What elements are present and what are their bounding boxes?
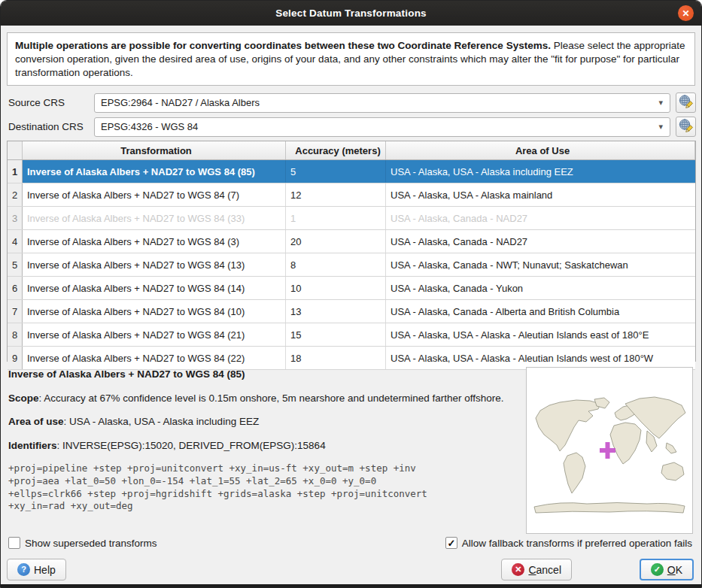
cell-accuracy: 20 (286, 230, 386, 253)
dialog-body: Multiple operations are possible for con… (1, 26, 701, 584)
destination-crs-value: EPSG:4326 - WGS 84 (95, 121, 658, 132)
row-number: 8 (8, 323, 23, 346)
proj-pipeline-string: +proj=pipeline +step +proj=unitconvert +… (8, 462, 518, 513)
dialog-title: Select Datum Transformations (275, 8, 427, 19)
select-destination-crs-button[interactable] (676, 117, 696, 137)
header-transformation[interactable]: Transformation (23, 141, 286, 159)
checkbox-row: Show superseded transforms ✓ Allow fallb… (1, 537, 701, 552)
cell-area-of-use: USA - Alaska, USA - Alaska - Aleutian Is… (386, 323, 695, 346)
row-number: 5 (8, 253, 23, 276)
row-number: 2 (8, 183, 23, 206)
cell-accuracy: 5 (286, 160, 386, 183)
cell-area-of-use: USA - Alaska, USA - Alaska mainland (386, 183, 695, 206)
details-scope: Scope: Accuracy at 67% confidence level … (8, 392, 518, 405)
help-icon: ? (17, 563, 30, 576)
intro-bold: Multiple operations are possible for con… (15, 40, 551, 51)
checkbox-label: Allow fallback transforms if preferred o… (462, 538, 692, 549)
cell-transformation: Inverse of Alaska Albers + NAD27 to WGS … (23, 160, 286, 183)
cell-area-of-use: USA - Alaska, Canada - NWT; Nunavut; Sas… (386, 253, 695, 276)
cell-accuracy: 12 (286, 183, 386, 206)
ok-button[interactable]: ✓ OK (640, 559, 694, 580)
table-row[interactable]: 6 Inverse of Alaska Albers + NAD27 to WG… (8, 277, 695, 300)
checkbox-box[interactable] (8, 537, 20, 549)
select-source-crs-button[interactable] (676, 92, 696, 113)
allow-fallback-checkbox[interactable]: ✓ Allow fallback transforms if preferred… (445, 537, 692, 549)
cell-area-of-use: USA - Alaska, USA - Alaska including EEZ (386, 160, 695, 183)
transformations-table: Transformation Accuracy (meters) Area of… (7, 141, 696, 362)
table-row[interactable]: 5 Inverse of Alaska Albers + NAD27 to WG… (8, 253, 695, 277)
source-crs-combo[interactable]: EPSG:2964 - NAD27 / Alaska Albers ▾ (94, 93, 670, 113)
cell-area-of-use: USA - Alaska, Canada - Alberta and Briti… (386, 300, 695, 323)
source-crs-label: Source CRS (8, 97, 65, 108)
row-number: 4 (8, 230, 23, 253)
cell-transformation: Inverse of Alaska Albers + NAD27 to WGS … (23, 207, 286, 229)
titlebar[interactable]: Select Datum Transformations ✕ (1, 1, 701, 26)
destination-crs-label: Destination CRS (8, 121, 84, 132)
world-map (527, 368, 692, 533)
globe-edit-icon (678, 118, 694, 136)
scope-label: Scope (8, 393, 39, 404)
details-area-of-use: Area of use: USA - Alaska, USA - Alaska … (8, 415, 518, 429)
identifiers-label: Identifiers (8, 440, 57, 451)
row-number: 6 (8, 277, 23, 299)
cell-transformation: Inverse of Alaska Albers + NAD27 to WGS … (23, 183, 286, 206)
area-of-use-map (526, 367, 693, 534)
show-superseded-checkbox[interactable]: Show superseded transforms (8, 537, 157, 549)
window-bottom-edge (1, 584, 701, 587)
cell-accuracy: 15 (286, 323, 386, 346)
cell-accuracy: 18 (286, 347, 386, 369)
header-accuracy[interactable]: Accuracy (meters) (286, 141, 386, 159)
row-number: 9 (8, 347, 23, 369)
button-row: ? Help ✕ Cancel ✓ OK (1, 559, 701, 581)
details-title: Inverse of Alaska Albers + NAD27 to WGS … (8, 368, 518, 381)
source-crs-value: EPSG:2964 - NAD27 / Alaska Albers (95, 97, 658, 108)
transformation-details: Inverse of Alaska Albers + NAD27 to WGS … (8, 368, 518, 513)
details-identifiers: Identifiers: INVERSE(EPSG):15020, DERIVE… (8, 439, 518, 453)
cancel-button[interactable]: ✕ Cancel (501, 559, 572, 580)
cell-transformation: Inverse of Alaska Albers + NAD27 to WGS … (23, 323, 286, 346)
select-datum-transformations-dialog: Select Datum Transformations ✕ Multiple … (0, 0, 702, 588)
area-of-use-label: Area of use (8, 416, 64, 427)
globe-edit-icon (678, 94, 694, 112)
cell-area-of-use: USA - Alaska, Canada - NAD27 (386, 207, 695, 229)
cancel-icon: ✕ (512, 563, 524, 576)
help-button[interactable]: ? Help (7, 559, 66, 580)
cell-transformation: Inverse of Alaska Albers + NAD27 to WGS … (23, 347, 286, 369)
intro-text: Multiple operations are possible for con… (7, 32, 695, 86)
ok-icon: ✓ (651, 563, 664, 576)
header-area-of-use[interactable]: Area of Use (386, 141, 695, 159)
table-row[interactable]: 8 Inverse of Alaska Albers + NAD27 to WG… (8, 323, 695, 347)
cell-area-of-use: USA - Alaska, USA - Alaska - Aleutian Is… (386, 347, 695, 369)
checkbox-box[interactable]: ✓ (445, 537, 457, 549)
cell-area-of-use: USA - Alaska, Canada - NAD27 (386, 230, 695, 253)
row-number: 7 (8, 300, 23, 323)
cell-accuracy: 10 (286, 277, 386, 299)
table-row[interactable]: 3 Inverse of Alaska Albers + NAD27 to WG… (8, 207, 695, 230)
checkbox-label: Show superseded transforms (25, 538, 157, 549)
cell-transformation: Inverse of Alaska Albers + NAD27 to WGS … (23, 300, 286, 323)
row-number: 3 (8, 207, 23, 229)
corner-header-cell (8, 141, 23, 159)
cell-area-of-use: USA - Alaska, Canada - Yukon (386, 277, 695, 299)
chevron-down-icon: ▾ (658, 122, 670, 132)
table-row[interactable]: 4 Inverse of Alaska Albers + NAD27 to WG… (8, 230, 695, 253)
chevron-down-icon: ▾ (658, 98, 670, 108)
destination-crs-combo[interactable]: EPSG:4326 - WGS 84 ▾ (94, 117, 670, 137)
cell-accuracy: 13 (286, 300, 386, 323)
row-number: 1 (8, 160, 23, 183)
close-icon[interactable]: ✕ (678, 5, 694, 21)
table-row[interactable]: 1 Inverse of Alaska Albers + NAD27 to WG… (8, 160, 695, 183)
table-header: Transformation Accuracy (meters) Area of… (8, 141, 695, 160)
cell-accuracy: 1 (286, 207, 386, 229)
cell-accuracy: 8 (286, 253, 386, 276)
transform-table-body: 1 Inverse of Alaska Albers + NAD27 to WG… (8, 160, 695, 370)
cell-transformation: Inverse of Alaska Albers + NAD27 to WGS … (23, 277, 286, 299)
cell-transformation: Inverse of Alaska Albers + NAD27 to WGS … (23, 230, 286, 253)
table-row[interactable]: 7 Inverse of Alaska Albers + NAD27 to WG… (8, 300, 695, 323)
table-row[interactable]: 2 Inverse of Alaska Albers + NAD27 to WG… (8, 183, 695, 207)
cell-transformation: Inverse of Alaska Albers + NAD27 to WGS … (23, 253, 286, 276)
